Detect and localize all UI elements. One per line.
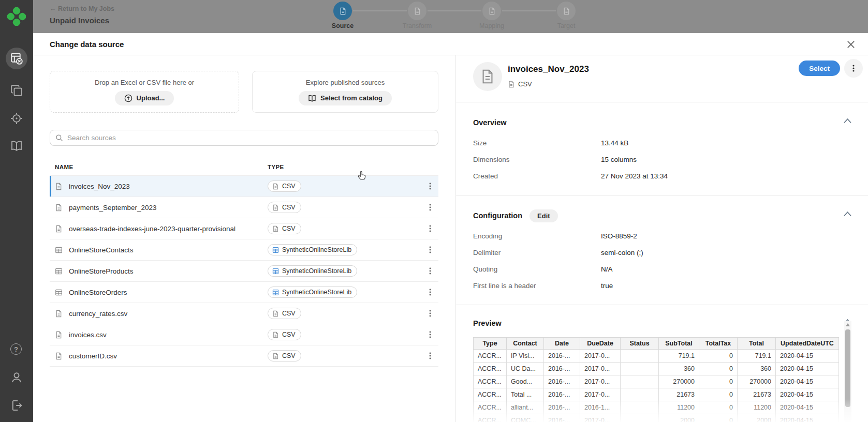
- badge-label: CSV: [282, 225, 296, 232]
- row-menu-button[interactable]: [424, 350, 436, 362]
- file-icon: [55, 331, 63, 339]
- source-name: payments_September_2023: [69, 204, 157, 212]
- job-title: Unpaid Invoices: [50, 16, 109, 25]
- user-icon[interactable]: [10, 371, 23, 384]
- source-row[interactable]: currency_rates.csv CSV: [50, 303, 438, 324]
- stepper-step[interactable]: Transform: [380, 1, 454, 29]
- overview-value: 27 Nov 2023 at 13:34: [601, 172, 668, 180]
- upload-icon: [124, 94, 133, 102]
- sources-table: NAME TYPE invoices_Nov_2023: [50, 164, 438, 367]
- chevron-up-icon[interactable]: [844, 211, 851, 217]
- edit-configuration-button[interactable]: Edit: [529, 209, 558, 222]
- back-to-jobs-link[interactable]: ← Return to My Jobs: [50, 5, 114, 12]
- file-icon: [55, 225, 63, 233]
- overview-heading: Overview: [473, 118, 507, 127]
- preview-header-row: TypeContactDateDueDateStatusSubTotalTota…: [474, 338, 839, 350]
- source-name-cell: invoices.csv: [50, 331, 268, 339]
- row-menu-button[interactable]: [424, 307, 436, 320]
- source-row[interactable]: OnlineStoreOrders SyntheticOnlineStoreLi…: [50, 282, 438, 303]
- sidebar-item-target[interactable]: [10, 112, 23, 125]
- badge-label: SyntheticOnlineStoreLib: [282, 267, 351, 275]
- preview-column-header: Date: [544, 338, 580, 350]
- preview-scrollbar[interactable]: [844, 321, 851, 422]
- source-row[interactable]: invoices_Nov_2023 CSV: [50, 176, 438, 197]
- step-circle: [482, 2, 501, 20]
- step-label: Source: [332, 22, 354, 29]
- source-name: invoices_Nov_2023: [69, 183, 130, 190]
- configuration-row: First line is a header true: [473, 277, 851, 294]
- sidebar-item-files[interactable]: [10, 84, 23, 97]
- row-menu-button[interactable]: [424, 286, 436, 298]
- source-name: invoices.csv: [69, 331, 107, 339]
- source-row[interactable]: OnlineStoreProducts SyntheticOnlineStore…: [50, 261, 438, 282]
- search-sources-box: [50, 130, 438, 146]
- source-row[interactable]: invoices.csv CSV: [50, 324, 438, 345]
- row-menu-button[interactable]: [424, 265, 436, 277]
- preview-column-header: Status: [621, 338, 659, 350]
- source-name: currency_rates.csv: [69, 310, 127, 318]
- search-icon: [55, 134, 63, 142]
- source-name-cell: overseas-trade-indexes-june-2023-quarter…: [50, 225, 268, 233]
- table-icon: [55, 289, 63, 296]
- source-row[interactable]: overseas-trade-indexes-june-2023-quarter…: [50, 218, 438, 239]
- configuration-row: Quoting N/A: [473, 261, 851, 277]
- type-column-header: TYPE: [268, 164, 424, 170]
- source-type-badge: CSV: [268, 202, 301, 213]
- file-icon: [272, 225, 279, 232]
- drop-zone-hint: Drop an Excel or CSV file here or: [95, 79, 194, 86]
- source-type-badge: SyntheticOnlineStoreLib: [268, 244, 357, 255]
- upload-button[interactable]: Upload...: [115, 91, 174, 106]
- stepper-step[interactable]: Mapping: [454, 1, 529, 29]
- chevron-up-icon[interactable]: [844, 118, 851, 124]
- configuration-heading: Configuration: [473, 212, 522, 220]
- badge-label: SyntheticOnlineStoreLib: [282, 246, 351, 253]
- logout-icon[interactable]: [10, 399, 23, 412]
- source-row[interactable]: OnlineStoreContacts SyntheticOnlineStore…: [50, 239, 438, 261]
- scroll-up-arrow[interactable]: [846, 323, 850, 326]
- configuration-label: Quoting: [473, 265, 601, 273]
- jobs-icon: [10, 52, 23, 65]
- row-menu-button[interactable]: [424, 180, 436, 192]
- sidebar-item-jobs[interactable]: [6, 48, 27, 69]
- preview-row: ACCR...UC Da...2016-... 2017-0...360 036…: [474, 363, 839, 375]
- stepper-step[interactable]: Source: [305, 1, 380, 29]
- source-name: overseas-trade-indexes-june-2023-quarter…: [69, 225, 236, 233]
- name-column-header: NAME: [50, 164, 268, 170]
- search-input[interactable]: [67, 134, 433, 142]
- preview-column-header: DueDate: [580, 338, 621, 350]
- table-icon: [55, 246, 63, 254]
- sidebar-item-catalog[interactable]: [10, 140, 23, 152]
- row-menu-button[interactable]: [424, 222, 436, 235]
- stepper-step[interactable]: Target: [529, 1, 604, 29]
- source-row[interactable]: payments_September_2023 CSV: [50, 197, 438, 218]
- close-icon[interactable]: [846, 40, 856, 49]
- preview-heading: Preview: [473, 319, 502, 327]
- overview-row: Dimensions 15 columns: [473, 151, 851, 168]
- badge-label: CSV: [282, 204, 296, 211]
- configuration-row: Encoding ISO-8859-2: [473, 228, 851, 244]
- source-name: OnlineStoreOrders: [69, 289, 127, 296]
- preview-section: Preview: [456, 305, 868, 330]
- scrollbar-thumb[interactable]: [845, 329, 850, 407]
- detail-menu-button[interactable]: [844, 59, 863, 78]
- row-menu-button[interactable]: [424, 201, 436, 214]
- row-menu-button[interactable]: [424, 244, 436, 256]
- kebab-icon: [426, 182, 434, 190]
- kebab-icon: [426, 224, 434, 233]
- kebab-icon: [850, 64, 857, 73]
- source-name-cell: OnlineStoreProducts: [50, 267, 268, 275]
- file-icon: [55, 183, 63, 190]
- help-icon[interactable]: ?: [10, 343, 22, 355]
- select-button[interactable]: Select: [799, 61, 840, 76]
- row-menu-button[interactable]: [424, 328, 436, 341]
- source-row[interactable]: customerID.csv CSV: [50, 345, 438, 367]
- badge-label: CSV: [282, 352, 296, 359]
- source-type-badge: SyntheticOnlineStoreLib: [268, 287, 357, 298]
- file-icon: [55, 204, 63, 212]
- app-logo-clover-icon[interactable]: [7, 7, 26, 26]
- select-from-catalog-button[interactable]: Select from catalog: [299, 91, 392, 106]
- configuration-label: First line is a header: [473, 282, 601, 290]
- file-drop-zone[interactable]: Drop an Excel or CSV file here or Upload…: [50, 71, 239, 113]
- sources-table-header: NAME TYPE: [50, 164, 438, 175]
- overview-row: Size 13.44 kB: [473, 134, 851, 151]
